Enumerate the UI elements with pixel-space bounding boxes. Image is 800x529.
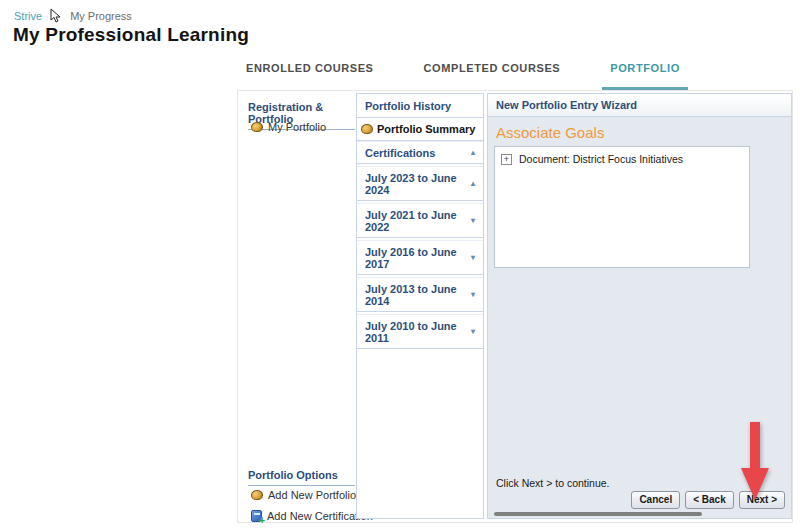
sidebar-item-my-portfolio[interactable]: My Portfolio	[251, 121, 326, 133]
tab-portfolio[interactable]: PORTFOLIO	[602, 56, 688, 90]
expand-arrow-icon[interactable]: ▾	[471, 217, 475, 225]
cancel-button[interactable]: Cancel	[631, 491, 680, 509]
certification-icon	[251, 510, 262, 522]
goals-tree-box: + Document: District Focus Initiatives	[494, 146, 750, 268]
registration-sidebar: Registration & Portfolio My Portfolio Po…	[238, 91, 356, 522]
portfolio-icon	[251, 122, 263, 132]
breadcrumb-current: My Progress	[70, 10, 132, 22]
section-label: July 2016 to June 2017	[365, 246, 471, 270]
wizard-hint-text: Click Next > to continue.	[496, 477, 610, 489]
portfolio-icon	[361, 124, 373, 134]
my-portfolio-label: My Portfolio	[268, 121, 326, 133]
tab-enrolled-courses[interactable]: ENROLLED COURSES	[238, 56, 382, 90]
history-section-2010-2011[interactable]: July 2010 to June 2011 ▾	[357, 314, 483, 349]
expand-arrow-icon[interactable]: ▾	[471, 291, 475, 299]
portfolio-history-panel: Portfolio History Portfolio Summary Cert…	[356, 93, 484, 519]
history-section-2016-2017[interactable]: July 2016 to June 2017 ▾	[357, 240, 483, 275]
back-button[interactable]: < Back	[685, 491, 734, 509]
collapse-arrow-icon[interactable]: ▴	[471, 149, 475, 157]
history-section-2013-2014[interactable]: July 2013 to June 2014 ▾	[357, 277, 483, 312]
expand-arrow-icon[interactable]: ▾	[471, 254, 475, 262]
section-label: Certifications	[365, 147, 435, 159]
section-label: July 2023 to June 2024	[365, 172, 471, 196]
portfolio-options-header: Portfolio Options	[248, 469, 355, 486]
page: Strive My Progress My Professional Learn…	[0, 0, 800, 529]
new-portfolio-entry-wizard: New Portfolio Entry Wizard Associate Goa…	[487, 93, 792, 519]
section-label: July 2010 to June 2011	[365, 320, 471, 344]
associate-goals-title: Associate Goals	[496, 124, 783, 141]
portfolio-section: Registration & Portfolio My Portfolio Po…	[237, 90, 793, 523]
expand-arrow-icon[interactable]: ▾	[471, 328, 475, 336]
portfolio-summary-item[interactable]: Portfolio Summary	[357, 118, 483, 141]
next-button[interactable]: Next >	[739, 491, 785, 509]
goal-tree-item-district-focus[interactable]: + Document: District Focus Initiatives	[495, 147, 749, 171]
tree-expand-icon[interactable]: +	[501, 154, 512, 165]
collapse-arrow-icon[interactable]: ▴	[471, 180, 475, 188]
history-section-2021-2022[interactable]: July 2021 to June 2022 ▾	[357, 203, 483, 238]
section-label: July 2021 to June 2022	[365, 209, 471, 233]
breadcrumb: Strive My Progress	[14, 8, 132, 23]
portfolio-summary-label: Portfolio Summary	[377, 123, 475, 135]
page-title: My Professional Learning	[13, 24, 249, 46]
portfolio-icon	[251, 490, 263, 500]
wizard-body: Associate Goals + Document: District Foc…	[488, 117, 791, 518]
tab-bar: ENROLLED COURSES COMPLETED COURSES PORTF…	[238, 56, 688, 90]
mouse-cursor-icon	[50, 8, 62, 23]
add-new-certification-link[interactable]: Add New Certification	[251, 510, 373, 522]
wizard-button-row: Cancel < Back Next >	[631, 491, 785, 509]
history-section-2023-2024[interactable]: July 2023 to June 2024 ▴	[357, 166, 483, 201]
goal-item-label: Document: District Focus Initiatives	[519, 153, 683, 165]
history-section-certifications[interactable]: Certifications ▴	[357, 141, 483, 164]
portfolio-history-header: Portfolio History	[357, 94, 483, 118]
breadcrumb-strive-link[interactable]: Strive	[14, 10, 42, 22]
wizard-header: New Portfolio Entry Wizard	[488, 94, 791, 117]
section-label: July 2013 to June 2014	[365, 283, 471, 307]
horizontal-scrollbar-thumb[interactable]	[494, 512, 702, 516]
tab-completed-courses[interactable]: COMPLETED COURSES	[416, 56, 569, 90]
